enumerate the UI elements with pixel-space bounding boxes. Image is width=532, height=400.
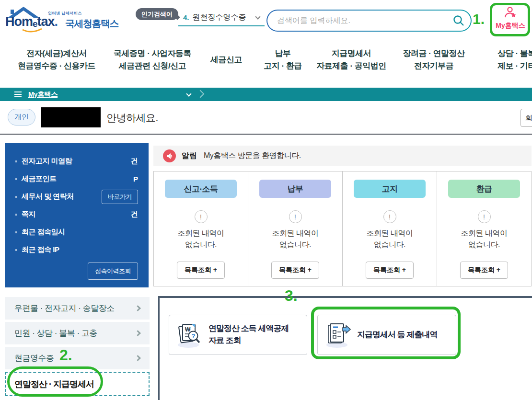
section-divider bbox=[0, 134, 532, 135]
sidebar-row-last-access-time[interactable]: 최근 접속일시 bbox=[15, 223, 138, 241]
menu-item-mail-delivery[interactable]: 우편물 · 전자고지 · 송달장소 bbox=[5, 297, 150, 320]
popular-search-badge: 인기검색어 bbox=[136, 8, 178, 20]
status-card-filing-income: 신고·소득 ! 조회된 내역이 없습니다. 목록조회 + bbox=[154, 171, 248, 286]
list-view-button[interactable]: 목록조회 + bbox=[366, 262, 414, 279]
search-icon[interactable] bbox=[452, 14, 465, 27]
sidebar-value: P bbox=[133, 175, 138, 183]
status-card-refund: 환급 ! 조회된 내역이 없습니다. 목록조회 + bbox=[437, 171, 531, 286]
list-view-button[interactable]: 목록조회 + bbox=[271, 262, 319, 279]
search-bar bbox=[266, 10, 472, 32]
sub-menu: 우편물 · 전자고지 · 송달장소 민원 · 상담 · 불복 · 고충 현금영수… bbox=[5, 297, 150, 372]
empty-alert-icon: ! bbox=[383, 210, 396, 223]
status-card-title: 신고·소득 bbox=[165, 180, 237, 198]
logo-suffix: 국세청홈택스 bbox=[65, 17, 118, 30]
sidebar-value: 건 bbox=[131, 210, 138, 219]
quick-link-statement-submissions[interactable]: 지급명세서 등 제출내역 bbox=[317, 315, 456, 355]
hometax-my-page: 인터넷 납세서비스 Hometax. 국세청홈택스 인기검색어 4. 원천징수영… bbox=[0, 0, 532, 400]
shortcut-button[interactable]: 바로가기 bbox=[102, 190, 138, 204]
section-title[interactable]: My홈택스 bbox=[28, 90, 58, 99]
my-hometax-button[interactable]: My홈택스 bbox=[494, 6, 527, 30]
megaphone-icon bbox=[163, 149, 176, 162]
popular-search-dropdown[interactable]: 4. 원천징수영수증 bbox=[178, 10, 265, 26]
logo-brand-text: Hometax. bbox=[5, 14, 58, 29]
sidebar-row-tax-office[interactable]: 세무서 및 연락처 바로가기 bbox=[15, 188, 138, 206]
annotation-step-2: 2. bbox=[59, 346, 72, 364]
annotation-step-3: 3. bbox=[285, 287, 298, 305]
bullet-icon bbox=[15, 178, 17, 180]
person-star-icon bbox=[503, 6, 518, 19]
bullet-icon bbox=[15, 231, 17, 233]
greeting-message: 안녕하세요. bbox=[106, 111, 158, 125]
sidebar-row-tax-points[interactable]: 세금포인트 P bbox=[15, 170, 138, 188]
quick-link-deduction-data[interactable]: ₩ ? 연말정산 소득 세액공제 자료 조회 bbox=[169, 315, 307, 355]
sidebar-row-last-access-ip[interactable]: 최근 접속 IP bbox=[15, 241, 138, 259]
document-submit-icon bbox=[324, 321, 351, 348]
empty-alert-icon: ! bbox=[289, 210, 302, 223]
redacted-user-name bbox=[41, 107, 101, 127]
chevron-right-icon bbox=[197, 90, 205, 98]
member-info-button[interactable]: 회 bbox=[520, 109, 532, 127]
nav-item-incentives[interactable]: 장려금 · 연말정산전자기부금 bbox=[403, 45, 464, 75]
nav-item-certificates[interactable]: 국세증명 · 사업자등록세금관련 신청/신고 bbox=[114, 45, 191, 75]
popular-search-keyword: 원천징수영수증 bbox=[193, 12, 246, 23]
sidebar-row-unread-notices[interactable]: 전자고지 미열람 건 bbox=[15, 152, 138, 170]
status-card-title: 환급 bbox=[448, 180, 520, 198]
sidebar-value: 건 bbox=[131, 157, 138, 166]
status-card-title: 납부 bbox=[259, 180, 331, 198]
status-card-title: 고지 bbox=[354, 180, 426, 198]
notice-bar: 알림 My홈택스 방문을 환영합니다. bbox=[153, 146, 532, 166]
menu-item-yearend-settlement-selected[interactable]: 연말정산 · 지급명세서 bbox=[5, 372, 150, 396]
empty-alert-icon: ! bbox=[195, 210, 208, 223]
document-search-icon: ₩ ? bbox=[176, 321, 203, 348]
svg-text:?: ? bbox=[192, 332, 196, 340]
bullet-icon bbox=[15, 196, 17, 198]
nav-item-tax-filing[interactable]: 세금신고 bbox=[210, 45, 242, 75]
empty-message: 조회된 내역이 없습니다. bbox=[437, 228, 531, 251]
svg-text:₩: ₩ bbox=[185, 326, 191, 333]
notice-label: 알림 bbox=[182, 151, 197, 161]
access-history-button[interactable]: 접속이력조회 bbox=[88, 263, 138, 280]
menu-item-civil-consultation[interactable]: 민원 · 상담 · 불복 · 고충 bbox=[5, 322, 150, 344]
main-navigation: 전자(세금)계산서현금영수증 · 신용카드 국세증명 · 사업자등록세금관련 신… bbox=[0, 45, 532, 75]
list-view-button[interactable]: 목록조회 + bbox=[177, 262, 225, 279]
bullet-icon bbox=[15, 249, 17, 251]
bullet-icon bbox=[15, 160, 17, 162]
nav-item-etax-invoice[interactable]: 전자(세금)계산서현금영수증 · 신용카드 bbox=[18, 45, 95, 75]
chevron-down-icon[interactable] bbox=[255, 14, 260, 19]
status-card-group: 신고·소득 ! 조회된 내역이 없습니다. 목록조회 + 납부 ! 조회된 내역… bbox=[153, 171, 532, 286]
search-input[interactable] bbox=[277, 16, 452, 25]
menu-icon[interactable] bbox=[14, 90, 22, 99]
sidebar-row-messages[interactable]: 쪽지 건 bbox=[15, 206, 138, 223]
empty-message: 조회된 내역이 없습니다. bbox=[248, 228, 342, 251]
menu-item-cash-receipt[interactable]: 현금영수증 bbox=[5, 347, 150, 369]
chevron-right-icon bbox=[135, 355, 141, 361]
section-title-bar: My홈택스 bbox=[0, 88, 532, 101]
empty-message: 조회된 내역이 없습니다. bbox=[343, 228, 437, 251]
bullet-icon bbox=[15, 214, 17, 216]
status-card-payment: 납부 ! 조회된 내역이 없습니다. 목록조회 + bbox=[248, 171, 343, 286]
popular-search-rank: 4. bbox=[183, 13, 189, 22]
chevron-right-icon bbox=[135, 330, 141, 336]
nav-item-payment[interactable]: 납부고지 · 환급 bbox=[264, 45, 302, 75]
my-hometax-label: My홈택스 bbox=[494, 22, 527, 30]
nav-item-payment-statements[interactable]: 지급명세서자료제출 · 공익법인 bbox=[316, 45, 386, 75]
notice-message: My홈택스 방문을 환영합니다. bbox=[204, 151, 301, 161]
annotation-step-1: 1. bbox=[473, 11, 485, 27]
list-view-button[interactable]: 목록조회 + bbox=[460, 262, 508, 279]
chevron-down-icon[interactable] bbox=[186, 91, 191, 96]
user-type-badge: 개인 bbox=[8, 109, 35, 126]
empty-message: 조회된 내역이 없습니다. bbox=[154, 228, 248, 251]
chevron-right-icon bbox=[135, 305, 141, 311]
quick-link-label: 지급명세서 등 제출내역 bbox=[357, 329, 437, 341]
status-card-notice: 고지 ! 조회된 내역이 없습니다. 목록조회 + bbox=[343, 171, 437, 286]
hometax-logo[interactable]: 인터넷 납세서비스 Hometax. 국세청홈택스 bbox=[4, 3, 148, 37]
quick-link-label: 연말정산 소득 세액공제 자료 조회 bbox=[208, 323, 289, 346]
nav-item-consultation[interactable]: 상담 · 불복제보 · 기타 bbox=[497, 45, 532, 75]
empty-alert-icon: ! bbox=[478, 210, 491, 223]
my-summary-panel: 전자고지 미열람 건 세금포인트 P 세무서 및 연락처 바로가기 쪽지 건 최… bbox=[5, 143, 149, 287]
logo-swoosh-icon bbox=[22, 28, 42, 34]
